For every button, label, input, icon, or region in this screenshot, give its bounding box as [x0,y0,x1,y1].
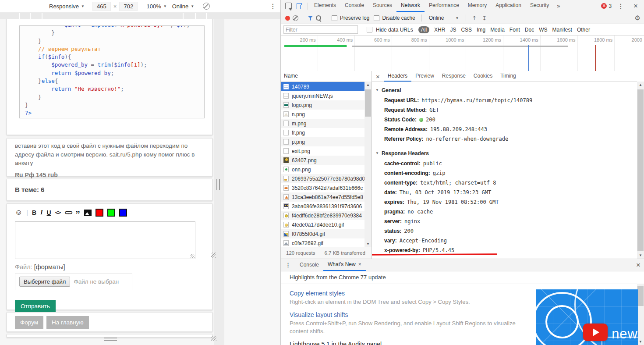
device-toolbar-toggle-icon[interactable] [297,3,303,9]
scroll-up-icon[interactable]: ▲ [637,82,644,88]
viewport-corner-resize-icon[interactable] [211,336,216,341]
request-row[interactable]: n.png [281,110,364,119]
filter-input[interactable] [283,25,358,34]
request-row[interactable]: 140789 [281,82,364,91]
request-row[interactable]: m.png [281,119,364,128]
scrollbar-thumb[interactable] [365,89,371,117]
close-detail-icon[interactable]: × [372,73,384,80]
viewport-drag-handle[interactable] [216,179,220,190]
detail-tab-timing[interactable]: Timing [496,71,520,82]
quote-icon[interactable]: ” [75,212,80,217]
youtube-play-icon[interactable] [583,324,608,341]
request-row[interactable]: f4edff6de28bf2e839970e9384 [281,211,364,220]
tab-security[interactable]: Security [526,0,553,12]
message-textarea[interactable] [15,221,195,259]
whatsnew-video-thumbnail[interactable]: new [536,289,638,345]
zoom-dropdown[interactable]: 100% ▼ [144,3,169,10]
rotate-viewport-icon[interactable] [203,3,210,10]
resize-grip-icon[interactable] [211,253,216,258]
inspect-element-icon[interactable] [285,3,292,9]
record-button[interactable] [285,16,290,21]
smiley-icon[interactable]: ☺ [15,209,22,217]
export-har-icon[interactable]: ↧ [481,15,488,21]
home-button[interactable]: На главную [46,316,89,329]
viewport-width-input[interactable]: 465 [92,2,111,11]
image-icon[interactable] [84,210,92,216]
italic-button[interactable]: I [40,209,42,217]
import-har-icon[interactable]: ↥ [471,15,478,21]
devtools-menu-kebab-icon[interactable]: ⋮ [613,3,628,10]
filter-type-other[interactable]: Other [577,27,590,33]
request-row[interactable]: logo.png [281,100,364,110]
device-type-dropdown[interactable]: Responsive ▼ [46,3,87,10]
viewport-height-input[interactable]: 702 [119,2,138,11]
tab-elements[interactable]: Elements [310,0,340,12]
whatsnew-item-title[interactable]: Visualize layout shifts [290,311,535,318]
name-column-header[interactable]: Name [281,71,372,82]
tab-whats-new[interactable]: What's New × [323,259,366,271]
request-row[interactable]: 13ca3eeb861a74ee7d55fd5e8 [281,192,364,202]
request-row[interactable]: p.png [281,137,364,146]
scrollbar-thumb[interactable] [637,286,644,306]
scrollbar-thumb[interactable] [637,89,644,251]
network-throttling-dropdown[interactable]: Online ▼ [426,15,462,21]
color-blue-button[interactable] [119,209,127,217]
filter-type-img[interactable]: Img [477,27,485,33]
request-row[interactable]: 20693755a25077e3b780a98d0 [281,174,364,183]
detail-tab-cookies[interactable]: Cookies [470,71,496,82]
request-row[interactable]: 3aba086fe38361391f97d3606 [281,202,364,211]
submit-button[interactable]: Отправить [15,300,56,313]
request-row[interactable]: f07855f0d4.gif [281,229,364,238]
request-list-scrollbar[interactable]: ▲ ▼ [364,82,372,247]
file-input[interactable]: Выберите файл Файл не выбран [15,273,132,290]
disable-cache-label[interactable]: Disable cache [382,15,415,21]
hide-data-urls-checkbox[interactable] [367,27,372,32]
filter-type-doc[interactable]: Doc [525,27,534,33]
hide-data-urls-label[interactable]: Hide data URLs [376,27,413,33]
tab-memory[interactable]: Memory [464,0,491,12]
device-options-kebab-icon[interactable]: ⋮ [265,3,280,10]
drawer-scrollbar[interactable]: ▼ [637,284,644,345]
filter-type-css[interactable]: CSS [461,27,472,33]
filter-type-xhr[interactable]: XHR [434,27,445,33]
network-settings-gear-icon[interactable]: ⚙ [635,14,640,22]
underline-button[interactable]: U [47,209,51,217]
link-icon[interactable]: ⊂⊃ [64,209,71,217]
more-tabs-chevron[interactable]: » [553,3,563,9]
error-count-badge[interactable]: ✕ 3 [601,3,612,9]
filter-type-font[interactable]: Font [510,27,520,33]
file-formats-link[interactable]: [форматы] [34,263,65,270]
filter-type-js[interactable]: JS [450,27,456,33]
general-section-header[interactable]: ▼ General [375,85,637,96]
throttling-dropdown[interactable]: Online ▼ [170,3,197,10]
color-red-button[interactable] [96,209,103,217]
detail-tab-response[interactable]: Response [438,71,470,82]
filter-type-ws[interactable]: WS [539,27,547,33]
disable-cache-checkbox[interactable] [374,15,379,21]
search-icon[interactable] [316,15,321,21]
network-overview[interactable]: 200 ms400 ms600 ms800 ms1000 ms1200 ms14… [281,36,644,73]
bold-button[interactable]: B [32,209,36,217]
request-row[interactable]: 63407.png [281,156,364,165]
request-row[interactable]: jquery.minNEW.js [281,91,364,100]
devtools-close-icon[interactable]: × [630,2,641,11]
request-row[interactable]: c0fa72692.gif [281,238,364,247]
choose-file-button[interactable]: Выберите файл [19,277,70,287]
tab-console[interactable]: Console [340,0,368,12]
clear-icon[interactable] [293,15,298,21]
preserve-log-label[interactable]: Preserve log [340,15,369,21]
tab-sources[interactable]: Sources [368,0,396,12]
filter-funnel-icon[interactable] [308,16,313,21]
detail-tab-preview[interactable]: Preview [411,71,438,82]
close-whatsnew-tab-icon[interactable]: × [358,259,361,270]
whatsnew-item-title[interactable]: Lighthouse 5.1 in the Audits panel [290,341,535,345]
forum-button[interactable]: Форум [15,316,43,329]
tab-network[interactable]: Network [396,0,425,12]
detail-tab-headers[interactable]: Headers [384,71,411,82]
request-row[interactable]: 3520c837642d7adaf631b666c [281,183,364,192]
filter-type-media[interactable]: Media [490,27,505,33]
tab-application[interactable]: Application [491,0,526,12]
color-green-button[interactable] [107,209,115,217]
scroll-up-icon[interactable]: ▲ [364,82,372,88]
filter-type-all[interactable]: All [418,26,429,33]
